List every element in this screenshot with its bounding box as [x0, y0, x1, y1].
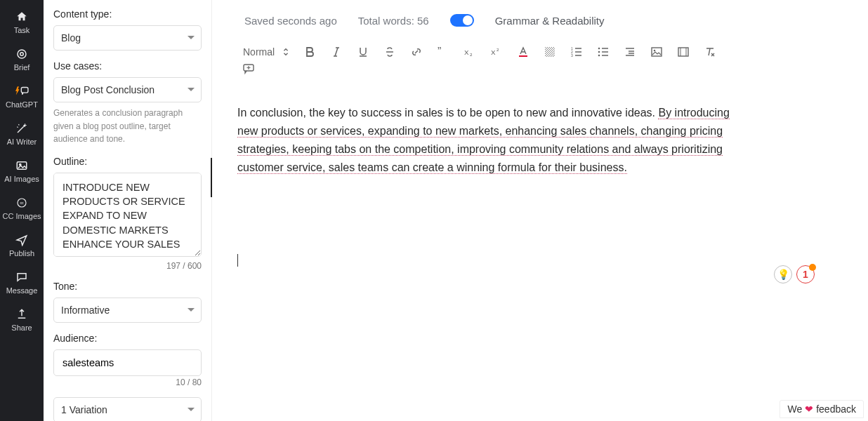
rail-label: AI Images	[4, 175, 39, 183]
paragraph-style-select[interactable]: Normal	[243, 46, 289, 58]
svg-text:2: 2	[497, 47, 499, 52]
upload-icon	[13, 307, 30, 321]
rail-item-cc-images[interactable]: cc CC Images	[0, 190, 44, 227]
variations-select[interactable]: 1 Variation	[53, 397, 202, 421]
video-button[interactable]	[678, 46, 689, 58]
indent-button[interactable]	[624, 46, 636, 58]
editor-content[interactable]: In conclusion, the key to success in sal…	[237, 104, 743, 272]
svg-point-17	[598, 48, 600, 50]
bolt-chat-icon	[13, 84, 30, 98]
ordered-list-button[interactable]: 123	[571, 46, 582, 58]
svg-rect-22	[678, 48, 688, 56]
svg-text:X: X	[464, 48, 469, 56]
rail-item-ai-images[interactable]: AI Images	[0, 153, 44, 190]
tone-select[interactable]: Informative	[53, 298, 202, 323]
grammar-toggle[interactable]	[450, 14, 474, 27]
rail-item-task[interactable]: Task	[0, 4, 44, 41]
grammar-toggle-label: Grammar & Readability	[495, 15, 605, 27]
audience-counter: 10 / 80	[53, 377, 202, 387]
svg-text:”: ”	[438, 46, 441, 58]
svg-text:3: 3	[571, 53, 573, 58]
audience-label: Audience:	[53, 333, 202, 344]
comment-button[interactable]	[243, 63, 254, 74]
target-icon	[13, 47, 30, 61]
outline-counter: 197 / 600	[53, 261, 202, 271]
saved-status: Saved seconds ago	[244, 15, 337, 27]
rail-label: Brief	[14, 63, 30, 72]
svg-point-0	[18, 50, 26, 58]
rail-item-share[interactable]: Share	[0, 302, 44, 339]
highlight-button[interactable]	[544, 46, 555, 58]
svg-text:X: X	[491, 48, 496, 56]
superscript-button[interactable]: X2	[491, 46, 502, 58]
rail-item-brief[interactable]: Brief	[0, 41, 44, 79]
rail-item-chatgpt[interactable]: ChatGPT	[0, 79, 44, 116]
rail-label: Message	[6, 286, 38, 295]
content-plain: In conclusion, the key to success in sal…	[237, 107, 658, 119]
text-cursor	[237, 254, 238, 267]
blockquote-button[interactable]: ”	[438, 46, 449, 58]
image-button[interactable]	[651, 46, 662, 58]
rail-label: Publish	[9, 249, 34, 258]
rail-item-publish[interactable]: Publish	[0, 227, 44, 265]
svg-rect-24	[686, 48, 687, 56]
rail-item-message[interactable]: Message	[0, 265, 44, 302]
heart-icon: ❤	[805, 403, 813, 415]
svg-rect-12	[519, 55, 527, 57]
editor-toolbar: Normal ” X2 X2 123	[243, 46, 848, 58]
home-icon	[13, 10, 30, 24]
clear-format-button[interactable]	[704, 46, 716, 58]
image-ai-icon	[13, 159, 30, 173]
svg-text:2: 2	[470, 52, 473, 57]
issue-count-badge[interactable]: 1	[796, 265, 815, 283]
svg-text:cc: cc	[20, 201, 24, 205]
svg-point-1	[20, 53, 24, 56]
tone-label: Tone:	[53, 281, 202, 292]
outline-textarea[interactable]	[53, 173, 202, 257]
status-bar: Saved seconds ago Total words: 56 Gramma…	[244, 14, 848, 27]
content-type-select[interactable]: Blog	[53, 25, 202, 51]
audience-input[interactable]	[53, 349, 202, 376]
rail-label: Share	[11, 323, 32, 332]
rail-item-ai-writer[interactable]: AI Writer	[0, 116, 44, 153]
cc-icon: cc	[13, 196, 30, 210]
content-type-label: Content type:	[53, 8, 202, 20]
rail-label: CC Images	[2, 212, 41, 220]
rail-label: Task	[14, 26, 30, 34]
use-cases-select[interactable]: Blog Post Conclusion	[53, 77, 202, 102]
svg-rect-2	[21, 88, 28, 93]
svg-point-18	[598, 51, 600, 53]
text-color-button[interactable]	[518, 46, 529, 58]
outline-label: Outline:	[53, 156, 202, 167]
rail-label: ChatGPT	[6, 100, 38, 109]
send-icon	[13, 233, 30, 247]
svg-point-19	[598, 55, 600, 57]
underline-button[interactable]	[357, 46, 369, 58]
strikethrough-button[interactable]	[384, 46, 395, 58]
sort-icon	[283, 48, 289, 56]
hint-pins: 💡 1	[774, 265, 815, 283]
use-cases-hint: Generates a conclusion paragraph given a…	[53, 107, 202, 146]
rail-label: AI Writer	[7, 138, 37, 146]
settings-panel: Content type: Blog Use cases: Blog Post …	[44, 0, 212, 421]
subscript-button[interactable]: X2	[464, 46, 475, 58]
unordered-list-button[interactable]	[598, 46, 609, 58]
hint-bulb[interactable]: 💡	[774, 265, 792, 283]
svg-rect-20	[652, 48, 662, 56]
svg-rect-13	[545, 47, 555, 57]
word-count: Total words: 56	[358, 15, 429, 27]
bold-button[interactable]	[304, 46, 315, 58]
svg-point-21	[654, 50, 656, 52]
chat-icon	[13, 270, 30, 284]
svg-rect-23	[680, 48, 681, 56]
italic-button[interactable]	[331, 46, 342, 58]
link-button[interactable]	[411, 46, 422, 58]
magic-wand-icon	[13, 121, 30, 135]
editor-main: Saved seconds ago Total words: 56 Gramma…	[212, 0, 868, 421]
use-cases-label: Use cases:	[53, 60, 202, 72]
paragraph-style-value: Normal	[243, 46, 275, 58]
icon-rail: Task Brief ChatGPT AI Writer AI Images c…	[0, 0, 44, 421]
feedback-tab[interactable]: We ❤ feedback	[780, 400, 864, 418]
